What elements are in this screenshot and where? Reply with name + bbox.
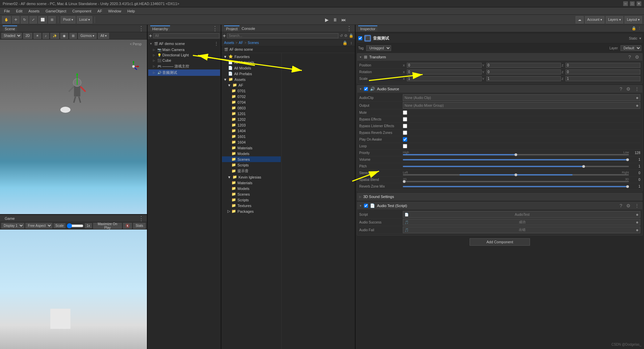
folder-0803[interactable]: 📁 0803	[222, 105, 281, 111]
rect-tool-button[interactable]: ⬜	[38, 16, 47, 23]
folder-hints[interactable]: 📁 提示音	[222, 168, 281, 174]
gizmos-button[interactable]: Gizmos ▾	[78, 33, 97, 39]
folder-1604[interactable]: 📁 1604	[222, 139, 281, 145]
loop-checkbox[interactable]	[403, 144, 407, 148]
folder-0701[interactable]: 📁 0701	[222, 88, 281, 94]
pause-button[interactable]: ⏸	[331, 16, 339, 23]
project-refresh-icon[interactable]: ↺	[340, 34, 343, 38]
kevin-scenes[interactable]: 📁 Scenes	[222, 191, 281, 197]
audio-test-settings-icon[interactable]: ⚙	[625, 203, 632, 208]
folder-0702[interactable]: 📁 0702	[222, 94, 281, 99]
hierarchy-item-game-controller[interactable]: ▷ 🎮 ——— 游戏主控	[148, 63, 220, 69]
audioclip-dot[interactable]: ●	[636, 95, 639, 100]
position-x-field[interactable]	[407, 63, 482, 68]
packages-folder[interactable]: ▷ 📁 Packages	[222, 208, 281, 214]
folder-models[interactable]: 📁 Models	[222, 151, 281, 156]
audio-test-more-icon[interactable]: ⋮	[634, 203, 640, 208]
assets-header[interactable]: ▼ 📁 Assets	[222, 77, 281, 82]
project-search-input[interactable]	[227, 33, 338, 38]
folder-1202[interactable]: 📁 1202	[222, 116, 281, 122]
hierarchy-item-camera[interactable]: ▷ 📷 Main Camera	[148, 47, 220, 52]
scene-light-button[interactable]: ☀	[34, 33, 41, 39]
favorites-all-materials[interactable]: 📄 All Materials	[222, 59, 281, 65]
cloud-button[interactable]: ☁	[576, 16, 584, 23]
favorites-all-models[interactable]: 📄 All Models	[222, 65, 281, 71]
hierarchy-item-scene[interactable]: ▼ 🎬 AF demo scene ⋮	[148, 40, 220, 47]
pivot-button[interactable]: Pivot▾	[61, 16, 75, 23]
mute-button[interactable]: 🔇	[123, 223, 132, 229]
transform-header[interactable]: ▼ ⊞ Transform ? ⚙	[357, 53, 642, 61]
priority-slider-track[interactable]	[403, 154, 629, 155]
project-collapse-icon[interactable]: ↕	[350, 41, 352, 45]
audio-fail-dot[interactable]: ●	[636, 227, 639, 233]
bypass-reverb-checkbox[interactable]	[403, 131, 407, 135]
minimize-button[interactable]: ─	[623, 1, 628, 6]
stereo-pan-slider-track[interactable]	[403, 174, 629, 176]
script-dot[interactable]: ●	[636, 212, 639, 217]
menu-window[interactable]: Window	[105, 8, 124, 14]
hierarchy-item-cube[interactable]: ▷ ⬛ Cube	[148, 58, 220, 63]
mute-checkbox[interactable]	[403, 110, 407, 115]
bypass-listener-checkbox[interactable]	[403, 124, 407, 128]
kevin-materials[interactable]: 📁 Materials	[222, 180, 281, 186]
scene-grid-button[interactable]: ⊞	[69, 33, 77, 39]
favorites-header[interactable]: ▼ ⭐ Favorites	[222, 54, 281, 59]
volume-slider-track[interactable]	[403, 159, 629, 160]
all-button[interactable]: All ▾	[98, 33, 109, 39]
position-y-field[interactable]	[486, 63, 561, 68]
scene-fx-button[interactable]: ✨	[50, 33, 59, 39]
rotate-tool-button[interactable]: ↻	[21, 16, 28, 23]
spatial-blend-slider-track[interactable]	[403, 181, 629, 182]
scale-slider[interactable]	[67, 224, 84, 228]
inspector-lock-icon[interactable]: 🔒	[632, 26, 636, 31]
hierarchy-tab[interactable]: Hierarchy	[150, 26, 170, 32]
local-button[interactable]: Local▾	[77, 16, 92, 23]
favorites-all-prefabs[interactable]: 📄 All Prefabs	[222, 71, 281, 77]
shading-dropdown[interactable]: Shaded	[1, 33, 22, 39]
af-folder[interactable]: ▼ 📁 AF	[222, 82, 281, 88]
rotation-y-field[interactable]	[486, 69, 561, 74]
project-tab[interactable]: Project	[224, 26, 239, 32]
transform-tool-button[interactable]: ⊞	[48, 16, 56, 23]
breadcrumb-af[interactable]: AF	[239, 41, 243, 45]
hand-tool-button[interactable]: ✋	[2, 16, 11, 23]
kevin-models[interactable]: 📁 Models	[222, 186, 281, 191]
scene-options-icon[interactable]: ⋮	[138, 25, 144, 32]
game-options-icon[interactable]: ⋮	[138, 215, 144, 222]
audio-source-header[interactable]: ▼ 🔊 Audio Source ? ⚙ ⋮	[357, 85, 642, 93]
scene-audio-button[interactable]: ♪	[43, 33, 49, 39]
folder-0704[interactable]: 📁 0704	[222, 99, 281, 105]
aspect-dropdown[interactable]: Free Aspect	[25, 223, 52, 229]
play-on-awake-checkbox[interactable]	[403, 137, 407, 142]
project-settings-icon[interactable]: ⚙	[344, 34, 347, 38]
maximize-button[interactable]: □	[630, 1, 635, 6]
project-add-button[interactable]: +	[223, 33, 226, 39]
menu-help[interactable]: Help	[125, 8, 138, 14]
maximize-on-play-button[interactable]: Maximize On Play	[93, 223, 122, 229]
hierarchy-item-light[interactable]: ▷ 💡 Directional Light	[148, 52, 220, 58]
folder-materials[interactable]: 📁 Materials	[222, 145, 281, 151]
output-dot[interactable]: ●	[636, 103, 639, 108]
hierarchy-options-icon[interactable]: ⋮	[212, 25, 218, 32]
account-button[interactable]: Account▾	[585, 16, 604, 23]
folder-1601[interactable]: 📁 1601	[222, 134, 281, 139]
position-z-field[interactable]	[566, 63, 640, 68]
scale-y-field[interactable]	[486, 76, 561, 81]
add-component-button[interactable]: Add Component	[470, 238, 530, 246]
game-tab[interactable]: Game	[3, 216, 17, 221]
console-tab[interactable]: Console	[239, 26, 257, 31]
reverb-zone-mix-slider-track[interactable]	[403, 186, 629, 187]
tag-dropdown[interactable]: Untagged	[366, 45, 391, 51]
audio-source-more-icon[interactable]: ⋮	[634, 86, 640, 92]
menu-assets[interactable]: Assets	[26, 8, 42, 14]
hierarchy-search-input[interactable]	[153, 33, 219, 38]
folder-scripts[interactable]: 📁 Scripts	[222, 162, 281, 168]
audio-success-dot[interactable]: ●	[636, 219, 639, 225]
sound-settings-header[interactable]: ▷ 3D Sound Settings	[357, 193, 642, 200]
folder-1201[interactable]: 📁 1201	[222, 111, 281, 116]
scale-z-field[interactable]	[566, 76, 640, 81]
project-options-icon[interactable]: ⋮	[346, 25, 352, 32]
af-demo-scene-item[interactable]: 🎬 AF demo scene	[224, 48, 352, 51]
scene-more-icon[interactable]: ⋮	[214, 41, 219, 46]
menu-edit[interactable]: Edit	[13, 8, 25, 14]
